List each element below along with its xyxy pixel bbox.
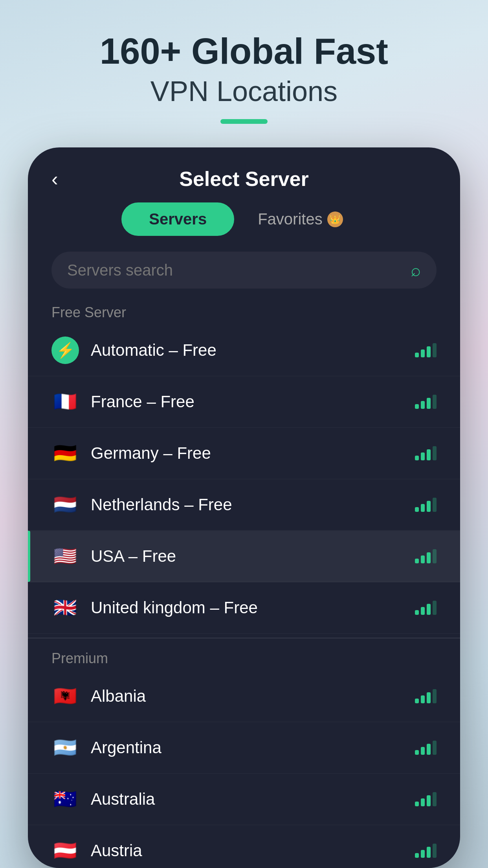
server-item-automatic[interactable]: ⚡ Automatic – Free: [28, 325, 460, 376]
tab-bar: Servers Favorites 👑: [28, 202, 460, 248]
flag-automatic: ⚡: [51, 337, 79, 364]
server-item-france[interactable]: 🇫🇷 France – Free: [28, 376, 460, 428]
signal-bars-argentina: [415, 741, 437, 755]
crown-icon: 👑: [327, 211, 343, 227]
search-icon: ⌕: [411, 260, 421, 280]
server-name-usa: USA – Free: [91, 547, 403, 566]
bar2: [421, 349, 425, 357]
server-item-argentina[interactable]: 🇦🇷 Argentina: [28, 722, 460, 774]
sub-title: VPN Locations: [100, 75, 388, 107]
screen-title: Select Server: [179, 167, 309, 191]
server-item-albania[interactable]: 🇦🇱 Albania: [28, 671, 460, 722]
bar1: [415, 353, 419, 357]
back-button[interactable]: ‹: [51, 167, 58, 190]
green-divider: [220, 119, 268, 124]
server-name-germany: Germany – Free: [91, 444, 403, 463]
search-input[interactable]: [67, 261, 403, 279]
signal-bars: [415, 343, 437, 357]
server-name-france: France – Free: [91, 392, 403, 411]
signal-bars-usa: [415, 549, 437, 563]
flag-albania: 🇦🇱: [51, 682, 79, 710]
signal-bars-uk: [415, 601, 437, 615]
tab-servers[interactable]: Servers: [121, 202, 234, 236]
server-name-argentina: Argentina: [91, 738, 403, 757]
signal-bars-france: [415, 395, 437, 409]
signal-bars-austria: [415, 844, 437, 858]
premium-label: Premium: [28, 642, 460, 671]
flag-uk: 🇬🇧: [51, 594, 79, 622]
bar4: [433, 343, 437, 357]
bar3: [427, 346, 431, 357]
server-name-australia: Australia: [91, 790, 403, 809]
server-item-netherlands[interactable]: 🇳🇱 Netherlands – Free: [28, 479, 460, 531]
flag-australia: 🇦🇺: [51, 785, 79, 813]
header-section: 160+ Global Fast VPN Locations: [100, 0, 388, 147]
flag-germany: 🇩🇪: [51, 440, 79, 467]
flag-netherlands: 🇳🇱: [51, 491, 79, 519]
flag-france: 🇫🇷: [51, 388, 79, 416]
signal-bars-netherlands: [415, 498, 437, 512]
phone-header: ‹ Select Server: [28, 147, 460, 202]
server-name-albania: Albania: [91, 687, 403, 706]
server-name-automatic: Automatic – Free: [91, 341, 403, 360]
signal-bars-australia: [415, 792, 437, 806]
tab-favorites[interactable]: Favorites 👑: [234, 202, 367, 236]
server-item-germany[interactable]: 🇩🇪 Germany – Free: [28, 428, 460, 479]
server-list: Free Server ⚡ Automatic – Free 🇫🇷 France…: [28, 296, 460, 868]
server-name-austria: Austria: [91, 841, 403, 860]
phone-container: ‹ Select Server Servers Favorites 👑 ⌕ Fr…: [28, 147, 460, 868]
main-title: 160+ Global Fast: [100, 31, 388, 71]
server-item-australia[interactable]: 🇦🇺 Australia: [28, 774, 460, 825]
free-server-label: Free Server: [28, 296, 460, 325]
flag-austria: 🇦🇹: [51, 837, 79, 864]
server-item-austria[interactable]: 🇦🇹 Austria: [28, 825, 460, 868]
flag-usa: 🇺🇸: [51, 542, 79, 570]
server-name-netherlands: Netherlands – Free: [91, 495, 403, 514]
server-name-uk: United kingdom – Free: [91, 598, 403, 617]
server-item-uk[interactable]: 🇬🇧 United kingdom – Free: [28, 582, 460, 634]
signal-bars-albania: [415, 689, 437, 703]
signal-bars-germany: [415, 446, 437, 460]
search-bar: ⌕: [51, 252, 437, 289]
section-divider: [28, 638, 460, 638]
server-item-usa[interactable]: 🇺🇸 USA – Free: [28, 531, 460, 582]
flag-argentina: 🇦🇷: [51, 734, 79, 761]
